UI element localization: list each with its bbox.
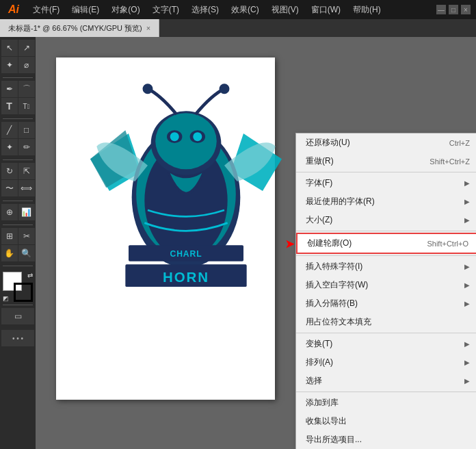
svg-text:CHARL: CHARL	[170, 249, 202, 259]
artboard-tool[interactable]: ⊞	[1, 228, 18, 244]
tab-close-button[interactable]: ×	[146, 24, 150, 32]
symbol-sprayer-tool[interactable]: ⊕	[1, 204, 18, 220]
lasso-tool[interactable]: ⌀	[18, 57, 35, 73]
selection-tools: ↖ ↗ ✦ ⌀	[1, 40, 35, 73]
line-tool[interactable]: ╱	[1, 122, 18, 138]
touch-type-tool[interactable]: T⃣	[18, 98, 35, 114]
magic-wand-tool[interactable]: ✦	[1, 57, 18, 73]
window-controls: — □ ×	[436, 5, 471, 14]
sep-4	[296, 333, 476, 333]
change-screen-mode[interactable]: ▭	[1, 308, 34, 324]
maximize-button[interactable]: □	[449, 5, 458, 14]
ctx-undo[interactable]: 还原移动(U) Ctrl+Z	[296, 133, 476, 152]
ctx-select[interactable]: 选择 ▶	[296, 372, 476, 390]
stroke-color[interactable]	[14, 283, 33, 302]
ctx-font[interactable]: 字体(F) ▶	[296, 174, 476, 192]
pen-tool[interactable]: ✒	[1, 81, 18, 97]
context-menu: 还原移动(U) Ctrl+Z 重做(R) Shift+Ctrl+Z 字体(F) …	[295, 133, 476, 449]
app-logo: Ai	[5, 3, 22, 16]
title-bar: Ai 文件(F) 编辑(E) 对象(O) 文字(T) 选择(S) 效果(C) 视…	[0, 0, 476, 19]
zoom-tool[interactable]: 🔍	[18, 245, 35, 261]
close-button[interactable]: ×	[461, 5, 471, 14]
tab-bar: 未标题-1* @ 66.67% (CMYK/GPU 预览) ×	[0, 19, 476, 37]
separator-4	[3, 201, 33, 201]
color-boxes: ⇄ ◩	[3, 272, 33, 302]
ctx-size-label: 大小(Z)	[306, 214, 332, 226]
ctx-create-outline-shortcut: Shift+Ctrl+O	[427, 240, 468, 248]
curvature-tool[interactable]: ⌒	[18, 81, 35, 97]
menu-bar: 文件(F) 编辑(E) 对象(O) 文字(T) 选择(S) 效果(C) 视图(V…	[27, 1, 431, 18]
left-toolbar: ↖ ↗ ✦ ⌀ ✒ ⌒ T T⃣ ╱ □	[0, 37, 36, 449]
menu-select[interactable]: 选择(S)	[186, 1, 224, 18]
ctx-add-library[interactable]: 添加到库	[296, 394, 476, 412]
ctx-recent-font-label: 最近使用的字体(R)	[306, 196, 375, 207]
more-tools: • • •	[1, 330, 34, 346]
menu-object[interactable]: 对象(O)	[106, 1, 145, 18]
menu-text[interactable]: 文字(T)	[147, 1, 185, 18]
ctx-redo-label: 重做(R)	[306, 155, 334, 167]
paintbrush-tool[interactable]: ✦	[1, 139, 18, 155]
ctx-insert-special[interactable]: 插入特殊字符(I) ▶	[296, 257, 476, 276]
selection-tool[interactable]: ↖	[1, 40, 18, 56]
draw-tools: ✒ ⌒ T T⃣	[1, 81, 35, 114]
svg-point-13	[220, 84, 230, 94]
rotate-tool[interactable]: ↻	[1, 163, 18, 179]
separator-7	[3, 305, 33, 305]
canvas-area[interactable]: CHARL HORN 软件自学网 WWW.RJZ-XW.COM 还原移动(U) …	[36, 37, 476, 449]
ctx-export-selected-label: 导出所选项目...	[306, 434, 362, 446]
sep-2	[296, 231, 476, 231]
direct-selection-tool[interactable]: ↗	[18, 40, 35, 56]
swap-colors-icon[interactable]: ⇄	[27, 272, 33, 279]
ctx-placeholder[interactable]: 用占位符文本填充	[296, 313, 476, 331]
menu-effects[interactable]: 效果(C)	[226, 1, 265, 18]
scale-tool[interactable]: ⇱	[18, 163, 35, 179]
ctx-recent-font[interactable]: 最近使用的字体(R) ▶	[296, 192, 476, 211]
ctx-create-outline[interactable]: ➤ 创建轮廓(O) Shift+Ctrl+O	[296, 233, 476, 254]
menu-view[interactable]: 视图(V)	[266, 1, 304, 18]
ctx-insert-break-arrow: ▶	[464, 300, 470, 307]
transform-tools: ↻ ⇱ 〜 ⟺	[1, 163, 35, 196]
more-tools-button[interactable]: • • •	[1, 330, 34, 346]
sep-1	[296, 172, 476, 172]
text-tool[interactable]: T	[1, 98, 18, 114]
ctx-export-label: 收集以导出	[306, 415, 347, 427]
svg-point-7	[155, 113, 217, 169]
ctx-arrange[interactable]: 排列(A) ▶	[296, 353, 476, 372]
main-area: ↖ ↗ ✦ ⌀ ✒ ⌒ T T⃣ ╱ □	[0, 37, 476, 449]
menu-edit[interactable]: 编辑(E)	[66, 1, 105, 18]
mode-buttons: ▭	[1, 308, 34, 324]
rect-tool[interactable]: □	[18, 122, 35, 138]
warp-tool[interactable]: 〜	[1, 180, 18, 196]
ctx-insert-break[interactable]: 插入分隔符(B) ▶	[296, 294, 476, 313]
ctx-select-label: 选择	[306, 375, 322, 387]
ctx-transform[interactable]: 变换(T) ▶	[296, 335, 476, 353]
artboard: CHARL HORN	[56, 57, 275, 400]
reset-colors-icon[interactable]: ◩	[3, 295, 9, 302]
separator-1	[3, 77, 33, 78]
hand-tool[interactable]: ✋	[1, 245, 18, 261]
sep-5	[296, 392, 476, 392]
hornets-logo: CHARL HORN	[90, 81, 282, 300]
ctx-transform-arrow: ▶	[464, 340, 470, 348]
slice-tool[interactable]: ✂	[18, 228, 35, 244]
document-tab[interactable]: 未标题-1* @ 66.67% (CMYK/GPU 预览) ×	[0, 19, 159, 37]
menu-help[interactable]: 帮助(H)	[347, 1, 386, 18]
ctx-export-selected[interactable]: 导出所选项目...	[296, 431, 476, 449]
width-tool[interactable]: ⟺	[18, 180, 35, 196]
menu-window[interactable]: 窗口(W)	[306, 1, 346, 18]
ctx-export[interactable]: 收集以导出	[296, 412, 476, 431]
separator-2	[3, 118, 33, 119]
column-graph-tool[interactable]: 📊	[18, 204, 35, 220]
tab-title: 未标题-1* @ 66.67% (CMYK/GPU 预览)	[8, 23, 142, 34]
minimize-button[interactable]: —	[436, 5, 446, 14]
ctx-insert-whitespace[interactable]: 插入空白字符(W) ▶	[296, 276, 476, 294]
ctx-size[interactable]: 大小(Z) ▶	[296, 211, 476, 229]
ctx-undo-shortcut: Ctrl+Z	[449, 139, 470, 147]
ctx-create-outline-label: 创建轮廓(O)	[307, 238, 352, 249]
ctx-font-label: 字体(F)	[306, 177, 332, 189]
ctx-select-arrow: ▶	[464, 377, 470, 385]
menu-file[interactable]: 文件(F)	[27, 1, 65, 18]
ctx-size-arrow: ▶	[464, 216, 470, 224]
ctx-redo[interactable]: 重做(R) Shift+Ctrl+Z	[296, 152, 476, 170]
pencil-tool[interactable]: ✏	[18, 139, 35, 155]
